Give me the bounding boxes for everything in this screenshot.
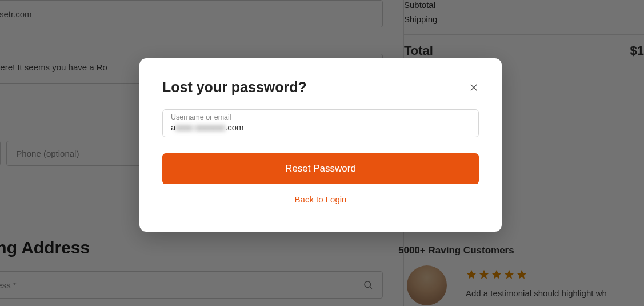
input-value-masked: xxxx xxxxxxx [175,122,225,132]
input-value-prefix: a [171,122,175,132]
close-button[interactable] [465,79,482,96]
username-email-field[interactable]: Username or email axxxx xxxxxxx.com [162,109,479,137]
reset-password-button[interactable]: Reset Password [162,153,479,184]
username-email-input[interactable]: axxxx xxxxxxx.com [171,121,470,132]
back-to-login-link[interactable]: Back to Login [162,194,479,204]
input-floating-label: Username or email [171,113,470,121]
lost-password-modal: Lost your password? Username or email ax… [139,58,502,232]
input-value-suffix: .com [225,122,244,132]
close-icon [469,82,479,93]
modal-title: Lost your password? [162,79,479,96]
